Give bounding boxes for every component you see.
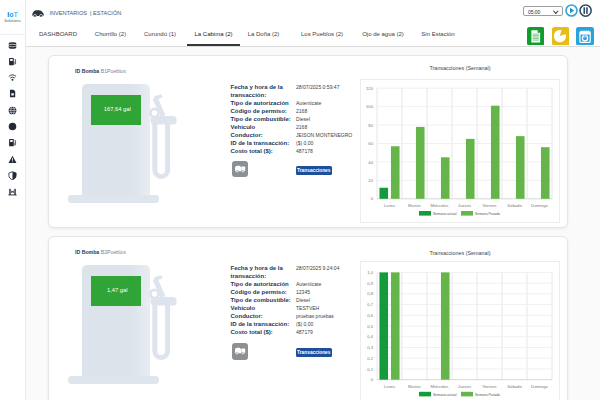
svg-text:Viernes: Viernes (482, 203, 496, 208)
svg-text:Semana actual: Semana actual (433, 211, 457, 216)
svg-text:80: 80 (368, 123, 373, 128)
svg-text:0,7: 0,7 (367, 302, 373, 307)
svg-text:0,9: 0,9 (367, 281, 373, 286)
svg-text:Martes: Martes (408, 203, 421, 208)
svg-text:Miércoles: Miércoles (431, 203, 449, 208)
svg-text:Semana Pasada: Semana Pasada (475, 392, 500, 397)
svg-text:Semana actual: Semana actual (433, 392, 457, 397)
svg-text:0,5: 0,5 (367, 324, 373, 329)
svg-text:Lunes: Lunes (384, 203, 395, 208)
svg-text:100: 100 (366, 104, 374, 109)
svg-text:Lunes: Lunes (384, 384, 395, 389)
svg-text:1,0: 1,0 (367, 270, 373, 275)
svg-text:Sábado: Sábado (507, 384, 522, 389)
svg-text:0: 0 (371, 196, 374, 201)
svg-text:Semana Pasada: Semana Pasada (475, 211, 500, 216)
svg-text:Domingo: Domingo (531, 384, 548, 389)
svg-text:60: 60 (368, 141, 373, 146)
svg-text:Sábado: Sábado (507, 203, 522, 208)
svg-text:20: 20 (368, 178, 373, 183)
svg-text:Miércoles: Miércoles (431, 384, 449, 389)
svg-text:0,2: 0,2 (367, 356, 373, 361)
svg-text:Viernes: Viernes (482, 384, 496, 389)
svg-text:Jueves: Jueves (458, 203, 471, 208)
svg-text:0,1: 0,1 (367, 367, 373, 372)
svg-text:0,6: 0,6 (367, 313, 373, 318)
svg-text:Martes: Martes (408, 384, 421, 389)
svg-text:0,4: 0,4 (367, 334, 373, 339)
svg-text:0,8: 0,8 (367, 291, 373, 296)
svg-text:40: 40 (368, 160, 373, 165)
svg-text:120: 120 (366, 86, 374, 91)
svg-text:Domingo: Domingo (531, 203, 548, 208)
svg-text:0,3: 0,3 (367, 345, 373, 350)
svg-text:0: 0 (371, 377, 374, 382)
svg-text:Jueves: Jueves (458, 384, 471, 389)
